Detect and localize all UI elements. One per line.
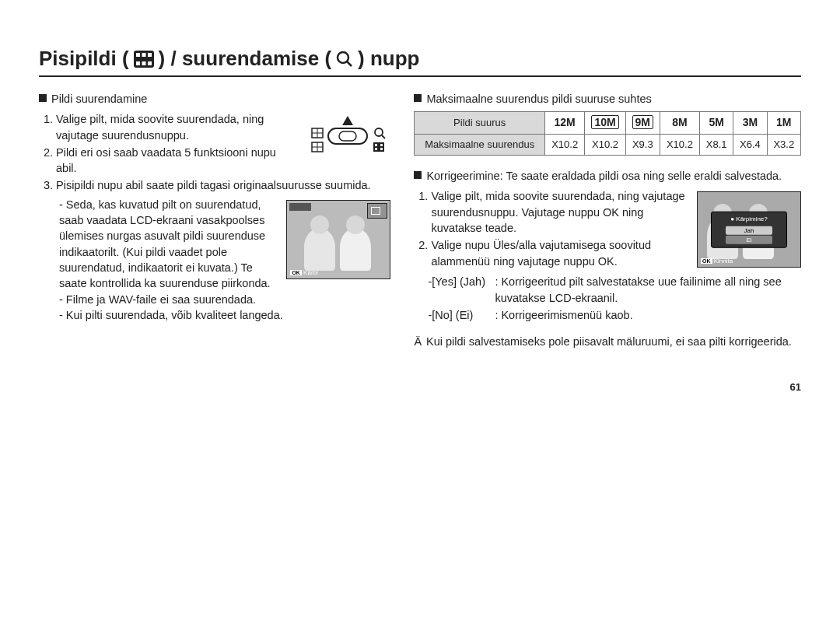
svg-rect-20 bbox=[373, 142, 384, 152]
left-sub-c: Kui pilti suurendada, võib kvaliteet lan… bbox=[59, 307, 390, 323]
svg-line-16 bbox=[382, 135, 385, 138]
size-cell: 1M bbox=[767, 112, 800, 135]
no-text: : Korrigeerimismenüü kaob. bbox=[495, 307, 632, 323]
page-heading: Pisipildi ( ) / suurendamise ( ) nupp bbox=[39, 47, 801, 77]
dialog-option-yes: Jah bbox=[726, 226, 772, 234]
magnifier-icon bbox=[336, 51, 353, 68]
svg-line-8 bbox=[347, 61, 352, 66]
svg-rect-3 bbox=[148, 53, 152, 57]
size-cell: 3M bbox=[733, 112, 767, 135]
zoom-cell: X8.1 bbox=[700, 134, 733, 155]
note-text: Kui pildi salvestamiseks pole piisavalt … bbox=[426, 334, 792, 349]
max-zoom-table: Pildi suurus 12M 10M 9M 8M 5M 3M 1M Maks… bbox=[414, 111, 801, 156]
dialog-option-no: Ei bbox=[726, 235, 772, 243]
size-cell: 9M bbox=[625, 112, 660, 135]
zoom-cell: X10.2 bbox=[585, 134, 626, 155]
heading-text-3: ) nupp bbox=[358, 47, 419, 71]
crop-dialog-example: ● Kärpimine? Jah Ei OK Kinnita bbox=[697, 191, 801, 268]
left-sub-b: Filme ja WAV-faile ei saa suurendada. bbox=[59, 292, 390, 307]
note-asterisk-icon: Ä bbox=[414, 334, 422, 349]
svg-rect-24 bbox=[380, 148, 383, 150]
dialog-confirm-label: OK Kinnita bbox=[701, 257, 733, 265]
svg-point-7 bbox=[338, 52, 348, 63]
svg-point-15 bbox=[375, 128, 383, 136]
lcd-preview-example: OK Kärbi bbox=[286, 200, 390, 279]
page-number: 61 bbox=[39, 381, 801, 393]
left-column: Pildi suurendamine Valige pilt, mida soo… bbox=[39, 91, 390, 350]
bullet-icon bbox=[39, 94, 47, 102]
zoom-cell: X6.4 bbox=[733, 134, 767, 155]
option-no-line: -[No] (Ei) : Korrigeerimismenüü kaob. bbox=[428, 307, 801, 323]
yes-label: -[Yes] (Jah) bbox=[428, 274, 495, 306]
svg-rect-10 bbox=[328, 128, 367, 144]
zoom-cell: X3.2 bbox=[767, 134, 800, 155]
zoom-navigator bbox=[367, 203, 387, 219]
svg-rect-6 bbox=[148, 61, 152, 65]
no-label: -[No] (Ei) bbox=[428, 307, 495, 323]
svg-rect-2 bbox=[142, 53, 145, 57]
ok-crop-label: OK Kärbi bbox=[290, 268, 317, 277]
manual-page: Pisipildi ( ) / suurendamise ( ) nupp Pi… bbox=[0, 0, 840, 416]
size-cell: 8M bbox=[660, 112, 699, 135]
zoom-cell: X10.2 bbox=[545, 134, 585, 155]
svg-rect-11 bbox=[339, 131, 356, 141]
heading-text-2: ) / suurendamise ( bbox=[159, 47, 332, 71]
option-yes-line: -[Yes] (Jah) : Korrigeeritud pilt salves… bbox=[428, 274, 801, 306]
table-row1-header: Pildi suurus bbox=[415, 112, 545, 135]
svg-rect-21 bbox=[375, 144, 377, 146]
bullet-icon bbox=[414, 94, 422, 102]
svg-rect-4 bbox=[136, 61, 140, 65]
size-cell: 10M bbox=[585, 112, 626, 135]
svg-rect-5 bbox=[142, 61, 145, 65]
thumbnail-grid-icon bbox=[134, 51, 154, 68]
svg-marker-9 bbox=[342, 116, 353, 125]
heading-text-1: Pisipildi ( bbox=[39, 47, 129, 71]
svg-rect-23 bbox=[375, 148, 377, 150]
bullet-icon bbox=[414, 171, 422, 179]
zoom-indicator bbox=[289, 203, 311, 211]
zoom-lever-diagram bbox=[305, 114, 390, 162]
size-cell: 5M bbox=[700, 112, 733, 135]
table-row2-header: Maksimaalne suurendus bbox=[415, 134, 545, 155]
size-cell: 12M bbox=[545, 112, 585, 135]
right-column: Maksimaalne suurendus pildi suuruse suht… bbox=[414, 91, 801, 350]
zoom-cell: X9.3 bbox=[625, 134, 660, 155]
svg-rect-22 bbox=[380, 144, 383, 146]
yes-text: : Korrigeeritud pilt salvestatakse uue f… bbox=[495, 274, 801, 306]
left-step-3: Pisipildi nupu abil saate pildi tagasi o… bbox=[56, 177, 390, 193]
svg-rect-1 bbox=[136, 53, 140, 57]
zoom-cell: X10.2 bbox=[660, 134, 699, 155]
table-title: Maksimaalne suurendus pildi suuruse suht… bbox=[426, 91, 651, 107]
crop-section-title: Korrigeerimine: Te saate eraldada pildi … bbox=[426, 168, 782, 184]
dialog-title: ● Kärpimine? bbox=[712, 215, 786, 223]
storage-note: Ä Kui pildi salvestamiseks pole piisaval… bbox=[414, 334, 801, 349]
left-section-title: Pildi suurendamine bbox=[51, 91, 147, 107]
